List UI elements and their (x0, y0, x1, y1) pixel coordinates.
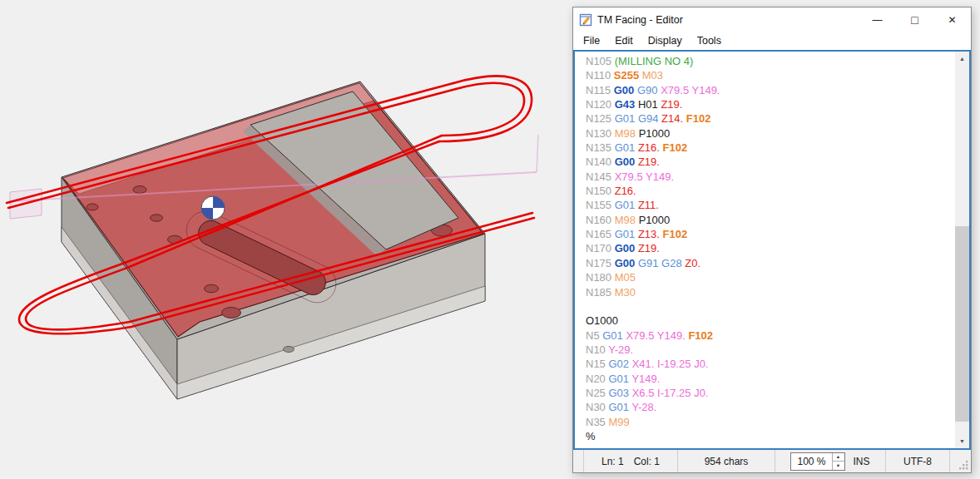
code-line: % (586, 429, 955, 443)
base-band-hole (284, 346, 294, 352)
resize-grip[interactable] (949, 450, 971, 472)
code-line: N170 G00 Z19. (586, 241, 955, 255)
status-zoom-ins: 100 % ▲ ▼ INS (775, 450, 885, 472)
code-line: N110 S255 M03 (586, 68, 955, 82)
code-line: N150 Z16. (586, 184, 955, 198)
code-line: N15 G02 X41. I-19.25 J0. (586, 357, 955, 371)
code-line: N125 G01 G94 Z14. F102 (586, 111, 955, 126)
part-3d-scene (0, 0, 572, 479)
scroll-down-arrow-icon[interactable]: ▼ (955, 434, 969, 448)
editor-window: TM Facing - Editor — □ ✕ FileEditDisplay… (572, 7, 972, 473)
code-line (586, 299, 955, 314)
code-line: N115 G00 G90 X79.5 Y149. (586, 83, 955, 97)
code-line: N135 G01 Z16. F102 (586, 141, 955, 155)
code-line: N5 G01 X79.5 Y149. F102 (586, 328, 955, 343)
maximize-button[interactable]: □ (896, 7, 933, 32)
menu-bar: FileEditDisplayTools (573, 32, 971, 50)
zoom-spin-buttons[interactable]: ▲ ▼ (832, 453, 844, 470)
code-line: N140 G00 Z19. (586, 155, 955, 169)
code-line: N175 G00 G91 G28 Z0. (586, 256, 955, 270)
code-line: N155 G01 Z11. (586, 198, 955, 212)
close-button[interactable]: ✕ (933, 7, 971, 32)
code-line: N35 M99 (586, 415, 955, 429)
code-line: N130 M98 P1000 (586, 126, 955, 141)
code-line: N145 X79.5 Y149. (586, 170, 955, 184)
desktop: { "app": {"background": "#f0f0f0"}, "vie… (0, 0, 980, 479)
vertical-scrollbar[interactable]: ▲ ▼ (955, 52, 969, 448)
code-line: N25 G03 X6.5 I-17.25 J0. (586, 386, 955, 400)
status-spacer (573, 450, 583, 472)
code-line: N20 G01 Y149. (586, 372, 955, 386)
status-insert-mode: INS (854, 456, 870, 467)
code-line: N185 M30 (586, 285, 955, 299)
zoom-down-arrow-icon[interactable]: ▼ (833, 462, 844, 470)
zoom-up-arrow-icon[interactable]: ▲ (833, 453, 844, 462)
menu-item-edit[interactable]: Edit (607, 33, 641, 48)
viewer-3d-panel[interactable] (0, 0, 572, 479)
code-text[interactable]: N105 (MILLING NO 4)N110 S255 M03N115 G00… (575, 52, 955, 448)
window-title: TM Facing - Editor (597, 14, 859, 26)
menu-item-file[interactable]: File (576, 33, 607, 48)
status-line: Ln: 1 (601, 456, 624, 467)
status-col: Col: 1 (634, 456, 660, 467)
scrollbar-thumb[interactable] (955, 226, 969, 422)
minimize-button[interactable]: — (859, 7, 896, 32)
code-line: N30 G01 Y-28. (586, 400, 955, 414)
status-line-col: Ln: 1 Col: 1 (583, 450, 677, 472)
work-origin-marker (201, 196, 225, 220)
zoom-spinner[interactable]: 100 % ▲ ▼ (790, 452, 844, 471)
menu-item-tools[interactable]: Tools (690, 33, 729, 48)
status-encoding: UTF-8 (885, 450, 949, 472)
code-editor-pane[interactable]: N105 (MILLING NO 4)N110 S255 M03N115 G00… (573, 50, 971, 450)
menu-item-display[interactable]: Display (641, 33, 690, 48)
edit-document-icon (579, 13, 592, 27)
status-char-count: 954 chars (677, 450, 775, 472)
resize-grip-icon (959, 461, 968, 470)
code-line: N165 G01 Z13. F102 (586, 227, 955, 241)
code-line: O1000 (586, 314, 955, 328)
code-line: N160 M98 P1000 (586, 213, 955, 227)
code-line: N10 Y-29. (586, 343, 955, 357)
code-line: N120 G43 H01 Z19. (586, 97, 955, 111)
title-bar[interactable]: TM Facing - Editor — □ ✕ (573, 7, 971, 32)
code-line: N105 (MILLING NO 4) (586, 54, 955, 68)
scroll-up-arrow-icon[interactable]: ▲ (955, 52, 969, 66)
zoom-value[interactable]: 100 % (791, 453, 831, 470)
status-bar: Ln: 1 Col: 1 954 chars 100 % ▲ ▼ INS UTF… (573, 450, 971, 472)
code-line: N180 M05 (586, 270, 955, 284)
